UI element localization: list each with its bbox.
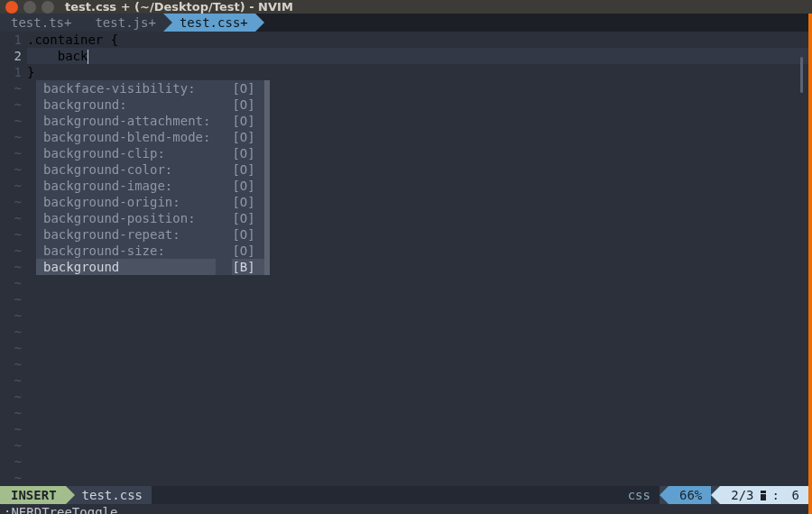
line-number: 1 bbox=[0, 64, 27, 80]
completion-item[interactable]: background-color: bbox=[36, 161, 216, 178]
empty-line-tilde: ~ bbox=[0, 129, 27, 145]
empty-code-line bbox=[27, 470, 808, 486]
close-icon[interactable] bbox=[5, 1, 18, 14]
empty-line-tilde: ~ bbox=[0, 437, 27, 454]
empty-line-tilde: ~ bbox=[0, 470, 27, 486]
buffer-tab[interactable]: test.ts+ bbox=[0, 14, 78, 32]
completion-item[interactable]: background-repeat: bbox=[36, 226, 216, 243]
completion-item[interactable]: background-image: bbox=[36, 178, 216, 194]
code-line-current: back bbox=[27, 48, 808, 64]
completion-kind: [O] bbox=[232, 96, 263, 113]
filetype-segment: css bbox=[617, 486, 660, 504]
empty-code-line bbox=[27, 405, 808, 421]
empty-line-tilde: ~ bbox=[0, 389, 27, 405]
empty-line-tilde: ~ bbox=[0, 178, 27, 194]
buffer-tabline: test.ts+ test.js+ test.css+ bbox=[0, 14, 808, 32]
command-line[interactable]: :NERDTreeToggle bbox=[0, 504, 808, 514]
status-spacer bbox=[152, 486, 617, 504]
empty-line-tilde: ~ bbox=[0, 80, 27, 96]
col-sep-label: : bbox=[772, 488, 780, 502]
empty-line-tilde: ~ bbox=[0, 243, 27, 259]
completion-kind: [O] bbox=[232, 226, 263, 243]
empty-code-line bbox=[27, 275, 808, 291]
buffer-tab[interactable]: test.js+ bbox=[78, 14, 162, 32]
completion-kind: [O] bbox=[232, 243, 263, 259]
empty-line-tilde: ~ bbox=[0, 307, 27, 324]
filename-label: test.css bbox=[82, 488, 143, 502]
empty-code-line bbox=[27, 421, 808, 437]
completion-item[interactable]: background-clip: bbox=[36, 145, 216, 161]
empty-line-tilde: ~ bbox=[0, 324, 27, 340]
code-area[interactable]: 1 .container { 2 back 1 } ~~~~~~~~~~~~~~… bbox=[0, 32, 808, 486]
scrollbar[interactable] bbox=[800, 57, 803, 93]
mode-segment: INSERT bbox=[0, 486, 66, 504]
status-line: INSERT test.css css 66% 2/3 : 6 bbox=[0, 486, 808, 504]
buffer-tab-label: test.js+ bbox=[95, 15, 155, 30]
empty-code-line bbox=[27, 454, 808, 470]
empty-line-tilde: ~ bbox=[0, 226, 27, 243]
separator-icon bbox=[163, 14, 172, 32]
completion-kind: [O] bbox=[232, 194, 263, 210]
completion-kind: [O] bbox=[232, 161, 263, 178]
percent-segment: 66% bbox=[669, 486, 711, 504]
line-number-icon bbox=[758, 490, 769, 500]
text-cursor-icon bbox=[88, 50, 88, 64]
empty-code-line bbox=[27, 356, 808, 372]
window-title: test.css + (~/Desktop/Test) - NVIM bbox=[65, 0, 293, 14]
empty-line-tilde: ~ bbox=[0, 259, 27, 275]
maximize-icon[interactable] bbox=[42, 1, 54, 14]
completion-item[interactable]: background-size: bbox=[36, 243, 216, 259]
empty-line-tilde: ~ bbox=[0, 421, 27, 437]
line-number-current: 2 bbox=[0, 48, 27, 64]
buffer-tab-label: test.ts+ bbox=[11, 15, 71, 30]
empty-line-tilde: ~ bbox=[0, 210, 27, 226]
titlebar[interactable]: test.css + (~/Desktop/Test) - NVIM bbox=[0, 0, 812, 14]
code-line: } bbox=[27, 64, 808, 80]
column-label: 6 bbox=[783, 488, 799, 502]
empty-code-line bbox=[27, 372, 808, 389]
empty-line-tilde: ~ bbox=[0, 96, 27, 113]
completion-kind: [O] bbox=[232, 210, 263, 226]
filetype-label: css bbox=[628, 488, 651, 502]
empty-code-line bbox=[27, 307, 808, 324]
editor-frame: test.ts+ test.js+ test.css+ 1 .container… bbox=[0, 14, 812, 514]
empty-line-tilde: ~ bbox=[0, 275, 27, 291]
completion-item[interactable]: background-attachment: bbox=[36, 113, 216, 129]
empty-line-tilde: ~ bbox=[0, 454, 27, 470]
mode-label: INSERT bbox=[11, 488, 57, 502]
completion-popup[interactable]: backface-visibility:[O]background:[O]bac… bbox=[36, 80, 264, 275]
separator-icon bbox=[660, 486, 669, 504]
command-text: :NERDTreeToggle bbox=[4, 505, 117, 514]
empty-code-line bbox=[27, 389, 808, 405]
completion-item[interactable]: background-origin: bbox=[36, 194, 216, 210]
completion-kind: [O] bbox=[232, 145, 263, 161]
completion-kind: [O] bbox=[232, 80, 263, 96]
empty-line-tilde: ~ bbox=[0, 405, 27, 421]
minimize-icon[interactable] bbox=[23, 1, 36, 14]
code-line: .container { bbox=[27, 32, 808, 48]
percent-label: 66% bbox=[679, 488, 702, 502]
completion-item[interactable]: backface-visibility: bbox=[36, 80, 216, 96]
completion-item[interactable]: background: bbox=[36, 96, 216, 113]
empty-line-tilde: ~ bbox=[0, 113, 27, 129]
empty-line-tilde: ~ bbox=[0, 194, 27, 210]
app-window: test.css + (~/Desktop/Test) - NVIM test.… bbox=[0, 0, 812, 514]
completion-kind: [O] bbox=[232, 178, 263, 194]
completion-kind: [O] bbox=[232, 129, 263, 145]
buffer-tab-active[interactable]: test.css+ bbox=[163, 14, 255, 32]
separator-icon bbox=[255, 14, 264, 32]
empty-line-tilde: ~ bbox=[0, 145, 27, 161]
empty-code-line bbox=[27, 291, 808, 307]
empty-line-tilde: ~ bbox=[0, 372, 27, 389]
popup-scrollbar[interactable] bbox=[264, 80, 270, 275]
completion-item[interactable]: background-position: bbox=[36, 210, 216, 226]
completion-item[interactable]: background bbox=[36, 259, 216, 275]
line-number: 1 bbox=[0, 32, 27, 48]
position-segment: 2/3 : 6 bbox=[720, 486, 808, 504]
separator-icon bbox=[78, 14, 88, 32]
separator-icon bbox=[66, 486, 75, 504]
completion-kind: [B] bbox=[232, 259, 263, 275]
completion-item[interactable]: background-blend-mode: bbox=[36, 129, 216, 145]
empty-line-tilde: ~ bbox=[0, 356, 27, 372]
empty-line-tilde: ~ bbox=[0, 161, 27, 178]
